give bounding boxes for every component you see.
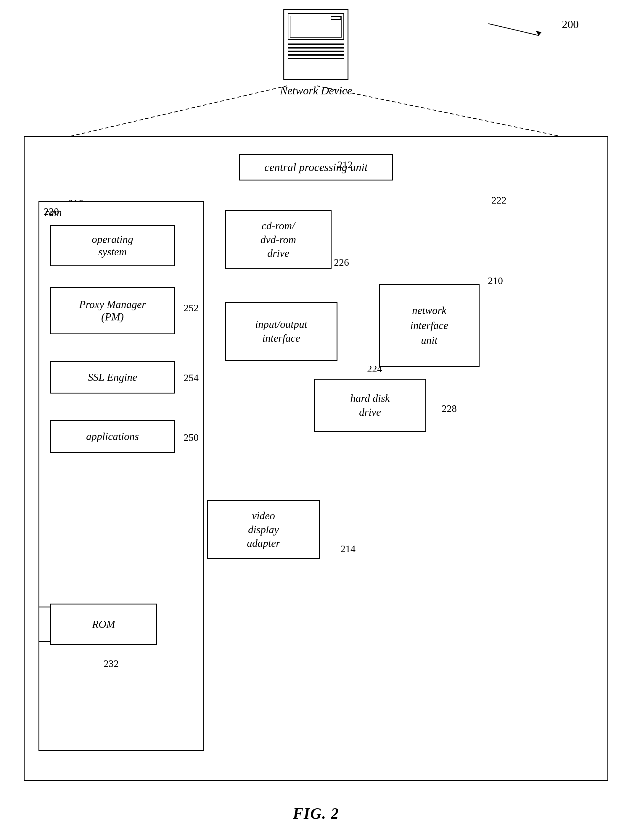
pm-label: Proxy Manager(PM) (79, 298, 146, 323)
ref-210: 210 (488, 275, 503, 286)
network-device-label: Network Device (280, 84, 352, 97)
ssl-label: SSL Engine (88, 371, 137, 384)
os-label: operatingsystem (92, 233, 133, 258)
svg-line-1 (317, 86, 559, 136)
nd-screen (288, 13, 344, 40)
cdrom-box: cd-rom/dvd-romdrive (225, 210, 331, 269)
ref-212: 212 (337, 159, 353, 171)
ram-box: ram (38, 201, 204, 751)
os-box: operatingsystem (50, 225, 175, 266)
cdrom-label: cd-rom/dvd-romdrive (260, 219, 296, 261)
niu-box: networkinterfaceunit (379, 284, 480, 367)
network-device-box (283, 9, 348, 80)
vda-box: videodisplayadapter (207, 500, 320, 559)
svg-line-2 (488, 24, 539, 35)
page-container: 200 Network Device central proc (0, 0, 632, 840)
ref-222: 222 (491, 195, 507, 206)
applications-label: applications (86, 430, 139, 443)
pm-box: Proxy Manager(PM) (50, 287, 175, 334)
cpu-box: central processing unit (239, 154, 393, 180)
vda-label: videodisplayadapter (247, 509, 280, 550)
rom-box: ROM (50, 603, 157, 645)
hdd-box: hard diskdrive (314, 379, 426, 432)
ssl-box: SSL Engine (50, 361, 175, 393)
applications-box: applications (50, 420, 175, 453)
io-label: input/outputinterface (255, 317, 307, 345)
niu-label: networkinterfaceunit (410, 303, 448, 347)
ref-220: 220 (44, 206, 59, 217)
ref-228: 228 (442, 403, 457, 414)
rom-label: ROM (92, 618, 115, 630)
figure-label: FIG. 2 (293, 805, 339, 822)
svg-marker-3 (536, 31, 542, 35)
ref-200-label: 200 (562, 18, 579, 31)
io-box: input/outputinterface (225, 302, 337, 361)
ref-250: 250 (184, 432, 199, 443)
ref-252: 252 (184, 302, 199, 314)
ref-254: 254 (184, 372, 199, 384)
network-device-container: Network Device (280, 9, 352, 97)
hdd-label: hard diskdrive (350, 392, 390, 419)
ref-214: 214 (341, 543, 355, 554)
ref-226: 226 (334, 257, 349, 268)
ref-232: 232 (104, 658, 119, 669)
svg-line-0 (71, 86, 287, 136)
